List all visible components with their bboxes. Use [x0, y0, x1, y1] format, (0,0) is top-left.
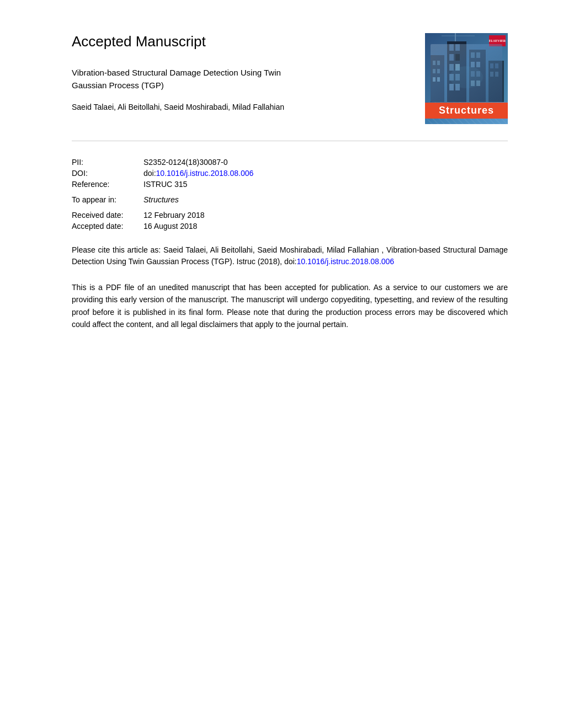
pii-row: PII: S2352-0124(18)30087-0 — [72, 158, 508, 167]
svg-rect-32 — [490, 72, 493, 77]
svg-rect-22 — [476, 52, 480, 58]
svg-rect-11 — [455, 44, 460, 51]
elsevier-logo: ELSEVIER — [489, 35, 506, 46]
svg-rect-27 — [471, 81, 475, 86]
journal-cover: ELSEVIER Structures — [425, 33, 508, 124]
article-title: Vibration-based Structural Damage Detect… — [72, 67, 348, 92]
pii-label: PII: — [72, 158, 144, 167]
doi-link[interactable]: 10.1016/j.istruc.2018.08.006 — [156, 169, 254, 178]
doi-label: DOI: — [72, 169, 144, 178]
svg-rect-19 — [455, 84, 460, 90]
svg-rect-21 — [471, 52, 475, 58]
svg-rect-18 — [449, 84, 454, 90]
accepted-value: 16 August 2018 — [144, 222, 197, 231]
svg-rect-12 — [449, 54, 454, 61]
svg-rect-29 — [488, 61, 504, 102]
spacer2 — [72, 206, 508, 211]
svg-rect-25 — [471, 71, 475, 77]
disclaimer-text: This is a PDF file of an unedited manusc… — [72, 281, 508, 331]
title-line2: Gaussian Process (TGP) — [72, 81, 164, 90]
svg-rect-17 — [455, 74, 460, 81]
received-label: Received date: — [72, 211, 144, 220]
svg-rect-16 — [449, 74, 454, 81]
svg-rect-23 — [471, 62, 475, 67]
svg-rect-7 — [433, 77, 435, 82]
header-left: Accepted Manuscript Vibration-based Stru… — [72, 33, 414, 111]
journal-name-label: Structures — [425, 103, 508, 119]
spacer1 — [72, 191, 508, 195]
accepted-label: Accepted date: — [72, 222, 144, 231]
svg-rect-33 — [495, 72, 498, 77]
doi-prefix: doi: — [144, 169, 156, 178]
authors: Saeid Talaei, Ali Beitollahi, Saeid Mosh… — [72, 103, 414, 111]
appear-value: Structures — [144, 195, 179, 204]
doi-value: doi:10.1016/j.istruc.2018.08.006 — [144, 169, 253, 178]
reference-label: Reference: — [72, 180, 144, 189]
svg-rect-28 — [476, 81, 480, 86]
citation-section: Please cite this article as: Saeid Talae… — [72, 244, 508, 267]
svg-rect-26 — [476, 71, 480, 77]
appear-row: To appear in: Structures — [72, 195, 508, 204]
title-line1: Vibration-based Structural Damage Detect… — [72, 68, 281, 77]
svg-rect-24 — [476, 62, 480, 67]
citation-text: Please cite this article as: Saeid Talae… — [72, 245, 508, 266]
svg-rect-2 — [431, 55, 444, 102]
accepted-row: Accepted date: 16 August 2018 — [72, 222, 508, 231]
pii-value: S2352-0124(18)30087-0 — [144, 158, 228, 167]
reference-row: Reference: ISTRUC 315 — [72, 180, 508, 189]
svg-rect-4 — [437, 61, 440, 65]
svg-rect-30 — [490, 63, 493, 68]
header-section: Accepted Manuscript Vibration-based Stru… — [72, 33, 508, 124]
received-row: Received date: 12 February 2018 — [72, 211, 508, 220]
disclaimer-section: This is a PDF file of an unedited manusc… — [72, 281, 508, 331]
accepted-manuscript-label: Accepted Manuscript — [72, 33, 414, 50]
received-value: 12 February 2018 — [144, 211, 205, 220]
svg-rect-31 — [495, 63, 498, 68]
journal-cover-image: ELSEVIER Structures — [425, 33, 508, 124]
divider — [72, 141, 508, 141]
svg-rect-14 — [449, 64, 454, 71]
svg-rect-8 — [437, 77, 440, 82]
doi-row: DOI: doi:10.1016/j.istruc.2018.08.006 — [72, 169, 508, 178]
svg-rect-13 — [455, 54, 460, 61]
svg-rect-15 — [455, 64, 460, 71]
svg-point-36 — [450, 66, 483, 88]
metadata-section: PII: S2352-0124(18)30087-0 DOI: doi:10.1… — [72, 158, 508, 231]
page: Accepted Manuscript Vibration-based Stru… — [0, 0, 563, 728]
svg-rect-10 — [449, 44, 454, 51]
svg-rect-5 — [433, 69, 435, 73]
svg-rect-3 — [433, 61, 435, 65]
svg-rect-9 — [447, 41, 466, 102]
citation-link[interactable]: 10.1016/j.istruc.2018.08.006 — [296, 257, 394, 266]
svg-rect-6 — [437, 69, 440, 73]
appear-label: To appear in: — [72, 195, 144, 204]
svg-rect-20 — [469, 50, 486, 102]
reference-value: ISTRUC 315 — [144, 180, 187, 189]
